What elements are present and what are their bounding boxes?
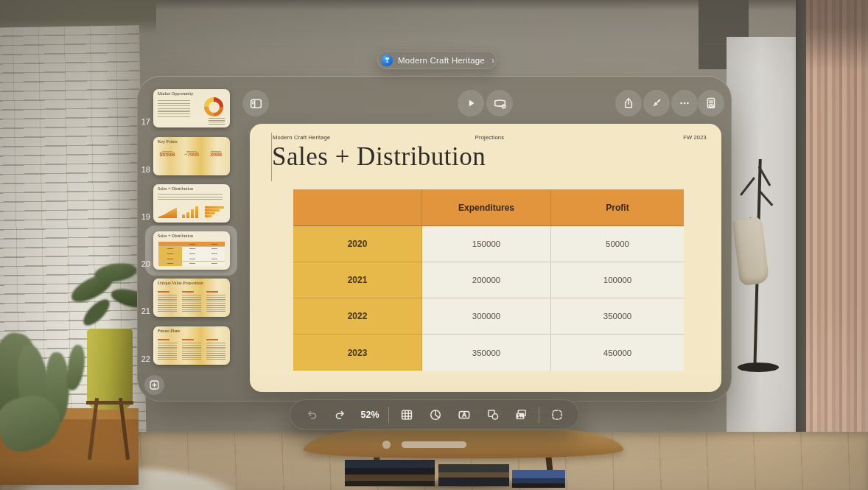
table-header-cell[interactable]: Profit [551,189,684,226]
table-cell[interactable]: 150000 [422,226,551,262]
book-stack [438,464,509,486]
sidebar-toggle-button[interactable] [242,90,269,116]
thumb-title: Future Plans [158,329,180,333]
text-box-icon [458,408,471,421]
slide-number: 17 [139,117,150,126]
insert-shape-button[interactable] [482,404,504,426]
undo-button[interactable] [301,404,323,426]
play-icon [464,97,477,110]
thumb-text-lines [158,194,223,201]
slide-header-row: Modern Craft Heritage Projections FW 202… [273,134,707,141]
slide-thumbnail-17[interactable]: Market Opportunity [153,89,230,127]
table-cell[interactable]: 300000 [422,298,551,335]
table-cell[interactable]: 2020 [293,226,422,262]
slide-header-left[interactable]: Modern Craft Heritage [273,134,417,141]
thumb-hbar-chart [205,206,225,218]
share-button[interactable] [615,90,642,116]
presenter-notes-button[interactable] [698,90,724,116]
thumb-title: Sales + Distribution [158,186,193,191]
pot-stand-bar [86,401,133,405]
thumb-bar-chart [182,206,200,218]
format-button[interactable] [643,90,670,116]
slide-number: 21 [139,307,150,315]
curtain [806,0,868,490]
more-icon [678,97,691,110]
slide-thumbnail-19[interactable]: Sales + Distribution [153,184,230,223]
app-title-pill[interactable]: Modern Craft Heritage › [377,51,497,69]
more-button[interactable] [671,90,698,116]
window-title: Modern Craft Heritage [398,56,485,65]
slide-thumbnail-18[interactable]: Key Points $650B ~7000 3088 [153,137,230,175]
presenter-notes-icon [704,97,718,110]
table-cell[interactable]: 350000 [422,335,551,371]
book-stack [512,470,565,488]
coat-rack-base [738,363,779,372]
table-cell[interactable]: 450000 [551,335,684,371]
keynote-window: Market Opportunity Key Points $650B ~700… [137,76,732,402]
window-close-button[interactable] [382,441,391,449]
table-cell[interactable]: 350000 [551,298,684,335]
add-slide-button[interactable] [144,375,164,395]
thumb-donut-chart [204,97,223,116]
table-icon [400,408,413,421]
thumb-title: Key Points [158,139,178,144]
thumb-area-chart [158,207,177,218]
slide-thumbnail-21[interactable]: Unique Value Proposition [153,279,230,317]
chevron-right-icon: › [491,55,494,66]
slide-header-right[interactable]: FW 2023 [562,134,707,141]
slide-number: 22 [139,354,150,363]
table-cell[interactable]: 200000 [422,262,551,298]
media-icon [514,408,528,421]
format-brush-icon [650,97,663,110]
book-stack [345,460,435,486]
slide-thumbnail-22[interactable]: Future Plans [153,326,230,365]
slide-header-center[interactable]: Projections [417,134,561,141]
redo-button[interactable] [329,404,351,426]
window-drag-bar[interactable] [402,441,466,448]
insert-chart-button[interactable] [424,404,447,426]
select-button[interactable] [546,404,568,426]
thumb-chart-legend [209,118,225,125]
slide-canvas[interactable]: Modern Craft Heritage Projections FW 202… [250,124,721,392]
thumb-title: Unique Value Proposition [158,281,203,285]
insert-table-button[interactable] [396,404,418,426]
insert-media-button[interactable] [510,404,532,426]
plus-icon [148,379,161,391]
sidebar-toggle-icon [249,97,263,111]
table-header-cell[interactable] [293,189,422,226]
toolbar-divider [539,407,539,423]
share-icon [622,97,635,110]
toolbar-divider [388,407,389,423]
undo-icon [305,408,318,421]
slide-thumbnail-20[interactable]: Sales + Distribution [153,231,230,270]
table-cell[interactable]: 2021 [293,262,422,298]
table-cell[interactable]: 2022 [293,298,422,335]
bottom-toolbar: 52% [290,399,579,430]
redo-icon [334,408,347,421]
plant-pot [87,329,133,410]
slide-title[interactable]: Sales + Distribution [272,144,486,169]
slide-number: 19 [139,212,150,221]
thumb-text-lines [158,100,190,119]
slide-number: 18 [139,165,150,174]
presenter-mode-icon [493,97,507,111]
table-header-cell[interactable]: Expenditures [422,189,551,226]
chart-icon [429,408,442,421]
thumb-title: Sales + Distribution [158,234,193,238]
thumb-table [158,242,225,266]
play-button[interactable] [458,90,484,116]
slide-table[interactable]: Expenditures Profit 2020 150000 50000 20… [293,189,684,371]
table-cell[interactable]: 50000 [551,226,684,262]
slide-number: 20 [139,259,150,268]
insert-text-button[interactable] [453,404,475,426]
table-cell[interactable]: 100000 [551,262,684,298]
select-icon [550,408,564,421]
shapes-icon [486,408,500,421]
thumb-title: Market Opportunity [158,91,193,96]
visionos-scene: Modern Craft Heritage › [0,0,868,490]
zoom-level-button[interactable]: 52% [358,410,382,420]
keynote-app-icon [381,55,393,66]
presenter-mode-button[interactable] [486,90,513,116]
table-cell[interactable]: 2023 [293,335,422,371]
